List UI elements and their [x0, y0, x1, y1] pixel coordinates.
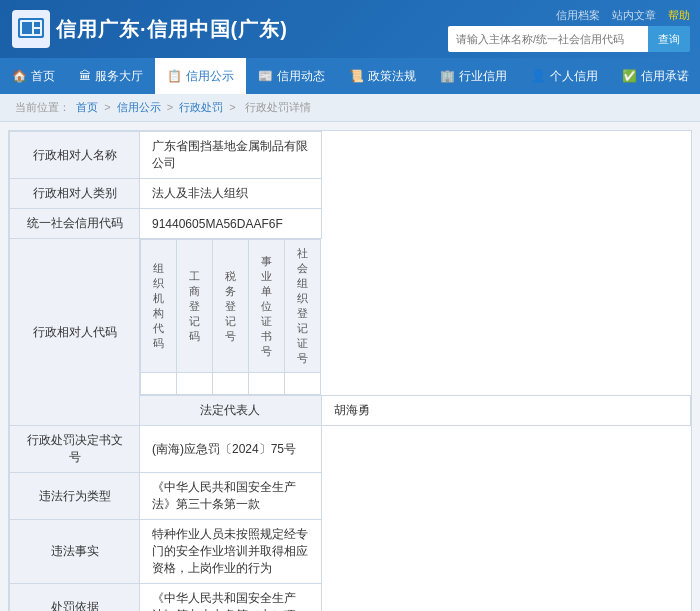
breadcrumb-home[interactable]: 首页 [76, 101, 98, 113]
nav-item-personal[interactable]: 👤 个人信用 [519, 58, 610, 94]
nav-bar: 🏠 首页 🏛 服务大厅 📋 信用公示 📰 信用动态 📜 政策法规 🏢 行业信用 … [0, 58, 700, 94]
breadcrumb-label: 当前位置： [15, 101, 70, 113]
table-row-unified-code: 统一社会信用代码 91440605MA56DAAF6F [10, 209, 691, 239]
value-legal-person: 胡海勇 [321, 396, 691, 426]
label-violation-fact: 违法事实 [10, 520, 140, 584]
credit-dynamic-icon: 📰 [258, 69, 273, 83]
table-row: 行政处罚决定书文号 (南海)应急罚〔2024〕75号 [10, 426, 691, 473]
policy-icon: 📜 [349, 69, 364, 83]
sub-code-values-row [141, 373, 321, 395]
detail-table: 行政相对人名称 广东省围挡基地金属制品有限公司 行政相对人类别 法人及非法人组织… [9, 131, 691, 611]
personal-icon: 👤 [531, 69, 546, 83]
search-input[interactable] [448, 26, 648, 52]
sub-label-business: 工商登记码 [177, 240, 213, 373]
home-icon: 🏠 [12, 69, 27, 83]
industry-icon: 🏢 [440, 69, 455, 83]
table-row: 处罚依据 《中华人民共和国安全生产法》第九十七条第（七）项 [10, 584, 691, 612]
label-penalty-basis: 处罚依据 [10, 584, 140, 612]
label-violation-type: 违法行为类型 [10, 473, 140, 520]
logo-icon [12, 10, 50, 48]
breadcrumb: 当前位置： 首页 > 信用公示 > 行政处罚 > 行政处罚详情 [0, 94, 700, 122]
breadcrumb-current: 行政处罚详情 [245, 101, 311, 113]
nav-item-credit-dynamic[interactable]: 📰 信用动态 [246, 58, 337, 94]
label-decision-no: 行政处罚决定书文号 [10, 426, 140, 473]
value-type: 法人及非法人组织 [140, 179, 322, 209]
top-links: 信用档案 站内文章 帮助 [556, 8, 690, 23]
nav-label-service: 服务大厅 [95, 68, 143, 85]
label-name: 行政相对人名称 [10, 132, 140, 179]
label-type: 行政相对人类别 [10, 179, 140, 209]
nav-item-policy[interactable]: 📜 政策法规 [337, 58, 428, 94]
svg-rect-3 [34, 22, 40, 27]
nav-label-personal: 个人信用 [550, 68, 598, 85]
breadcrumb-sep2: > [167, 101, 176, 113]
nav-item-home[interactable]: 🏠 首页 [0, 58, 67, 94]
breadcrumb-penalty[interactable]: 行政处罚 [179, 101, 223, 113]
label-legal-person: 法定代表人 [140, 396, 322, 426]
detail-panel: 行政相对人名称 广东省围挡基地金属制品有限公司 行政相对人类别 法人及非法人组织… [8, 130, 692, 611]
nav-label-home: 首页 [31, 68, 55, 85]
label-unified-code: 统一社会信用代码 [10, 209, 140, 239]
value-violation-fact: 特种作业人员未按照规定经专门的安全作业培训并取得相应资格，上岗作业的行为 [140, 520, 322, 584]
breadcrumb-credit-public[interactable]: 信用公示 [117, 101, 161, 113]
value-unified-code: 91440605MA56DAAF6F [140, 209, 322, 239]
sub-val-org [141, 373, 177, 395]
sub-val-institution [249, 373, 285, 395]
top-link-article[interactable]: 站内文章 [612, 8, 656, 23]
nav-label-policy: 政策法规 [368, 68, 416, 85]
sub-label-tax: 税务登记号 [213, 240, 249, 373]
table-row: 违法事实 特种作业人员未按照规定经专门的安全作业培训并取得相应资格，上岗作业的行… [10, 520, 691, 584]
sub-val-business [177, 373, 213, 395]
logo: 信用广东·信用中国(广东) [12, 10, 288, 48]
sub-label-org: 组织机构代码 [141, 240, 177, 373]
nav-item-promise[interactable]: ✅ 信用承诺 [610, 58, 700, 94]
nav-label-credit-public: 信用公示 [186, 68, 234, 85]
promise-icon: ✅ [622, 69, 637, 83]
logo-text: 信用广东·信用中国(广东) [56, 16, 288, 43]
nav-label-promise: 信用承诺 [641, 68, 689, 85]
label-code: 行政相对人代码 [10, 239, 140, 426]
svg-rect-4 [34, 29, 40, 34]
svg-rect-2 [22, 22, 32, 34]
nav-item-service[interactable]: 🏛 服务大厅 [67, 58, 155, 94]
breadcrumb-sep3: > [229, 101, 238, 113]
sub-val-social-org [285, 373, 321, 395]
value-decision-no: (南海)应急罚〔2024〕75号 [140, 426, 322, 473]
nav-item-credit-public[interactable]: 📋 信用公示 [155, 58, 246, 94]
top-link-help[interactable]: 帮助 [668, 8, 690, 23]
header-actions: 信用档案 站内文章 帮助 [556, 8, 690, 23]
header: 信用广东·信用中国(广东) 信用档案 站内文章 帮助 查询 [0, 0, 700, 58]
sub-val-tax [213, 373, 249, 395]
sub-code-header-row: 组织机构代码 工商登记码 税务登记号 事业单位证书号 社会组织登记证号 [141, 240, 321, 373]
table-row: 行政相对人名称 广东省围挡基地金属制品有限公司 [10, 132, 691, 179]
search-row: 查询 [448, 26, 690, 52]
value-penalty-basis: 《中华人民共和国安全生产法》第九十七条第（七）项 [140, 584, 322, 612]
search-button[interactable]: 查询 [648, 26, 690, 52]
nav-item-industry[interactable]: 🏢 行业信用 [428, 58, 519, 94]
sub-label-social-org: 社会组织登记证号 [285, 240, 321, 373]
table-row: 行政相对人类别 法人及非法人组织 [10, 179, 691, 209]
breadcrumb-sep1: > [104, 101, 113, 113]
top-link-credit[interactable]: 信用档案 [556, 8, 600, 23]
sub-label-institution: 事业单位证书号 [249, 240, 285, 373]
table-row-sub-code: 行政相对人代码 组织机构代码 工商登记码 税务登记号 事业单位证书号 社会组织登… [10, 239, 691, 396]
nav-label-industry: 行业信用 [459, 68, 507, 85]
value-name: 广东省围挡基地金属制品有限公司 [140, 132, 322, 179]
page-content: 行政相对人名称 广东省围挡基地金属制品有限公司 行政相对人类别 法人及非法人组织… [0, 122, 700, 611]
sub-code-headers: 组织机构代码 工商登记码 税务登记号 事业单位证书号 社会组织登记证号 [140, 239, 322, 396]
table-row: 违法行为类型 《中华人民共和国安全生产法》第三十条第一款 [10, 473, 691, 520]
nav-label-credit-dynamic: 信用动态 [277, 68, 325, 85]
service-icon: 🏛 [79, 69, 91, 83]
credit-public-icon: 📋 [167, 69, 182, 83]
value-violation-type: 《中华人民共和国安全生产法》第三十条第一款 [140, 473, 322, 520]
